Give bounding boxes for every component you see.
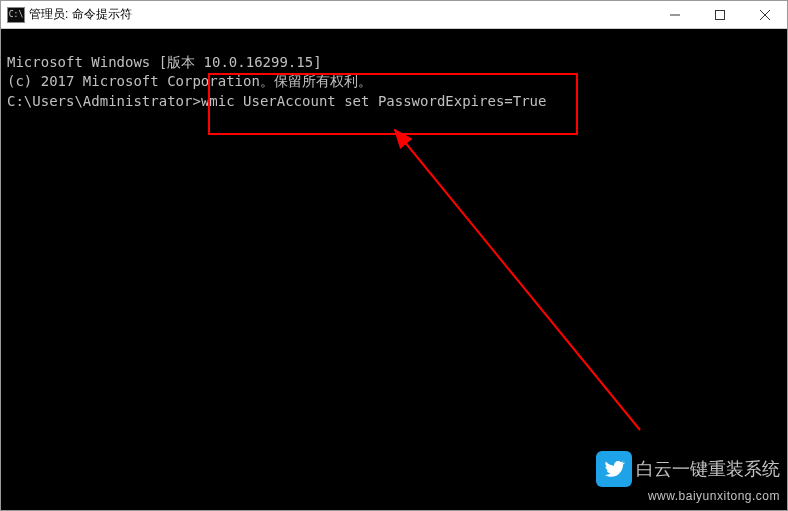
terminal-command: wmic UserAccount set PasswordExpires=Tru… <box>201 93 547 109</box>
cmd-icon-text: C:\ <box>9 11 23 19</box>
terminal-line-2: (c) 2017 Microsoft Corporation。保留所有权利。 <box>7 72 781 92</box>
watermark-url: www.baiyunxitong.com <box>648 489 780 503</box>
titlebar: C:\ 管理员: 命令提示符 <box>1 1 787 29</box>
window-title: 管理员: 命令提示符 <box>29 6 652 23</box>
svg-rect-1 <box>715 10 724 19</box>
window-controls <box>652 1 787 28</box>
terminal-prompt: C:\Users\Administrator> <box>7 93 201 109</box>
watermark-text: 白云一键重装系统 <box>636 457 780 481</box>
watermark: 白云一键重装系统 www.baiyunxitong.com <box>596 451 780 503</box>
terminal-area[interactable]: Microsoft Windows [版本 10.0.16299.15](c) … <box>1 29 787 510</box>
cmd-icon: C:\ <box>7 7 25 23</box>
terminal-line-1: Microsoft Windows [版本 10.0.16299.15] <box>7 53 781 73</box>
close-button[interactable] <box>742 1 787 28</box>
watermark-bird-icon <box>596 451 632 487</box>
maximize-button[interactable] <box>697 1 742 28</box>
minimize-button[interactable] <box>652 1 697 28</box>
